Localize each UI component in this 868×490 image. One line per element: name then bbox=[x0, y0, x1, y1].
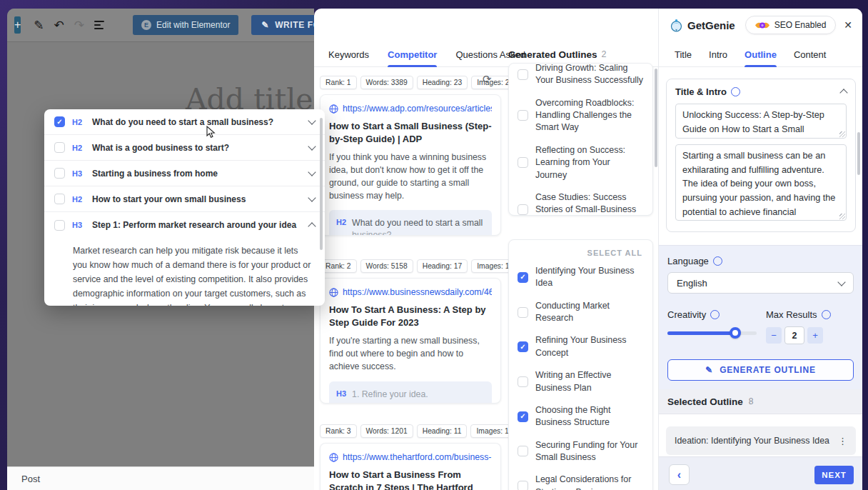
info-icon[interactable] bbox=[713, 256, 722, 266]
write-for-me-button[interactable]: ✎ WRITE FOR M bbox=[251, 15, 314, 35]
close-icon[interactable]: ✕ bbox=[844, 19, 852, 31]
snippet-text: What do you need to start a small bbox=[352, 218, 483, 228]
tab-outline[interactable]: Outline bbox=[745, 41, 777, 67]
competitor-card: https://www.businessnewsdaily.com/4686-h… bbox=[320, 278, 501, 404]
mouse-cursor bbox=[206, 126, 216, 139]
words-badge: Words: 1201 bbox=[360, 424, 413, 438]
title-textarea[interactable]: Unlocking Success: A Step-by-Step Guide … bbox=[675, 104, 847, 139]
editor-toolbar: + ✎ ↶ ↷ E Edit with Elementor ✎ WRITE FO… bbox=[7, 9, 314, 42]
pencil-tool-icon[interactable]: ✎ bbox=[34, 19, 44, 31]
back-button[interactable]: ‹ bbox=[669, 464, 690, 485]
panel-scrollbar[interactable] bbox=[320, 118, 323, 250]
info-icon[interactable] bbox=[822, 310, 831, 319]
refresh-icon[interactable]: ⟳ bbox=[483, 73, 492, 86]
info-icon[interactable] bbox=[710, 310, 720, 319]
outline-option[interactable]: Conducting Market Research bbox=[509, 295, 652, 330]
resize-grip[interactable] bbox=[839, 214, 845, 219]
next-button[interactable]: NEXT bbox=[814, 466, 854, 484]
checkbox-unchecked[interactable] bbox=[518, 204, 528, 215]
words-badge: Words: 3389 bbox=[360, 76, 413, 89]
chevron-down-icon[interactable] bbox=[308, 116, 316, 124]
checkbox-unchecked[interactable] bbox=[54, 168, 65, 179]
outline-option[interactable]: ✓ Choosing the Right Business Structure bbox=[509, 399, 652, 434]
competitor-card: https://www.adp.com/resources/articles-a… bbox=[320, 94, 501, 236]
checkbox-checked[interactable]: ✓ bbox=[518, 341, 528, 352]
checkbox-unchecked[interactable] bbox=[54, 220, 65, 231]
selected-outline-item[interactable]: Ideation: Identifying Your Business Idea… bbox=[666, 426, 856, 455]
outline-option[interactable]: ✓ Identifying Your Business Idea bbox=[509, 260, 652, 295]
slider-thumb[interactable] bbox=[730, 327, 741, 339]
outline-row-body: Market research can help you mitigate ri… bbox=[44, 238, 325, 306]
outline-option[interactable]: Case Studies: Success Stories of Small-B… bbox=[509, 186, 652, 216]
outline-option[interactable]: ✓ Refining Your Business Concept bbox=[509, 329, 652, 364]
checkbox-checked[interactable]: ✓ bbox=[54, 116, 65, 127]
chevron-down-icon[interactable] bbox=[308, 168, 316, 176]
outline-row[interactable]: H2 How to start your own small business bbox=[44, 186, 325, 212]
checkbox-unchecked[interactable] bbox=[518, 69, 528, 80]
checkbox-checked[interactable]: ✓ bbox=[518, 411, 528, 422]
resize-grip[interactable] bbox=[839, 131, 845, 137]
outline-option[interactable]: Overcoming Roadblocks: Handling Challeng… bbox=[509, 92, 652, 139]
tab-intro[interactable]: Intro bbox=[709, 41, 727, 67]
language-select[interactable]: English bbox=[667, 272, 854, 294]
checkbox-unchecked[interactable] bbox=[518, 157, 528, 168]
outline-row[interactable]: H2 What is a good business to start? bbox=[44, 135, 325, 161]
list-view-icon[interactable] bbox=[94, 21, 104, 29]
outline-option[interactable]: Writing an Effective Business Plan bbox=[509, 364, 652, 399]
tab-competitor[interactable]: Competitor bbox=[388, 41, 437, 67]
tab-keywords[interactable]: Keywords bbox=[328, 41, 369, 67]
outline-row-label: Starting a business from home bbox=[92, 169, 302, 179]
competitor-title: How to Start a Small Business (Step-by-S… bbox=[329, 120, 492, 145]
getgenie-brand: GetGenie bbox=[669, 18, 735, 33]
tab-content[interactable]: Content bbox=[794, 41, 827, 67]
info-icon[interactable] bbox=[731, 87, 740, 96]
checkbox-unchecked[interactable] bbox=[518, 446, 528, 456]
checkbox-unchecked[interactable] bbox=[518, 376, 528, 387]
checkbox-checked[interactable]: ✓ bbox=[518, 272, 528, 283]
sidebar-scrollbar[interactable] bbox=[857, 132, 860, 175]
chevron-up-icon[interactable] bbox=[308, 222, 316, 230]
checkbox-unchecked[interactable] bbox=[518, 110, 528, 121]
generate-outline-button[interactable]: ✎ GENERATE OUTLINE bbox=[667, 359, 854, 381]
outline-option[interactable]: Driving Growth: Scaling Your Business Su… bbox=[509, 63, 652, 92]
competitor-url[interactable]: https://www.thehartford.com/business-ins… bbox=[329, 452, 492, 462]
checkbox-unchecked[interactable] bbox=[54, 142, 65, 153]
outline-group-card: Driving Growth: Scaling Your Business Su… bbox=[508, 63, 653, 216]
creativity-slider[interactable] bbox=[667, 331, 757, 335]
outline-option[interactable]: Reflecting on Success: Learning from You… bbox=[509, 139, 652, 186]
outline-option[interactable]: Securing Funding for Your Small Business bbox=[509, 434, 652, 469]
outline-option[interactable]: Legal Considerations for Starting a Busi… bbox=[509, 469, 652, 490]
selected-outline-label: Selected Outline bbox=[667, 396, 743, 407]
checkbox-unchecked[interactable] bbox=[518, 481, 528, 490]
heading-tag: H2 bbox=[72, 195, 85, 204]
max-results-value[interactable]: 2 bbox=[784, 326, 804, 344]
seo-enabled-badge[interactable]: SEO Enabled bbox=[745, 16, 837, 34]
undo-icon[interactable]: ↶ bbox=[54, 19, 64, 31]
block-inserter-button[interactable]: + bbox=[14, 16, 21, 34]
competitor-url[interactable]: https://www.businessnewsdaily.com/4686-h… bbox=[329, 287, 492, 297]
tab-title[interactable]: Title bbox=[675, 41, 692, 67]
edit-with-elementor-button[interactable]: E Edit with Elementor bbox=[133, 15, 238, 35]
outlines-scrollbar[interactable] bbox=[655, 69, 657, 167]
checkbox-unchecked[interactable] bbox=[54, 194, 65, 204]
increment-button[interactable]: + bbox=[807, 327, 823, 344]
outline-row-label: How to start your own small business bbox=[92, 194, 302, 204]
chevron-down-icon bbox=[837, 278, 845, 286]
outline-row-expanded[interactable]: H3 Step 1: Perform market research aroun… bbox=[44, 212, 325, 238]
intro-textarea[interactable]: Starting a small business can be an exhi… bbox=[675, 144, 847, 221]
checkbox-unchecked[interactable] bbox=[518, 307, 528, 318]
collapse-chevron-icon[interactable] bbox=[839, 89, 847, 96]
select-all-link[interactable]: SELECT ALL bbox=[509, 240, 652, 260]
competitor-card: https://www.thehartford.com/business-ins… bbox=[320, 443, 501, 490]
heading-badge: Heading: 11 bbox=[417, 424, 468, 438]
chevron-down-icon[interactable] bbox=[308, 142, 316, 150]
chevron-down-icon[interactable] bbox=[308, 194, 316, 201]
outline-row[interactable]: H3 Starting a business from home bbox=[44, 161, 325, 186]
competitor-description: If you think you have a winning business… bbox=[329, 151, 492, 202]
decrement-button[interactable]: − bbox=[766, 327, 782, 344]
competitor-url[interactable]: https://www.adp.com/resources/articles-a… bbox=[329, 104, 492, 114]
outline-row[interactable]: ✓ H2 What do you need to start a small b… bbox=[44, 109, 325, 135]
url-text: https://www.thehartford.com/business-ins… bbox=[343, 452, 492, 462]
redo-icon[interactable]: ↷ bbox=[74, 19, 84, 31]
kebab-menu-icon[interactable]: ⋮ bbox=[838, 436, 847, 446]
